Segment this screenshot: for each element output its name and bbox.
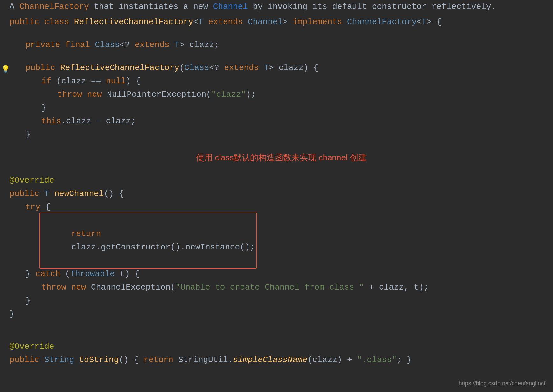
this-assign-rest: .clazz = clazz; xyxy=(61,115,136,128)
npe-call: NullPointerException( xyxy=(107,88,211,101)
keyword-final: final xyxy=(65,38,95,52)
field-rest: > clazz; xyxy=(179,38,219,52)
channel-exception: ChannelException( xyxy=(91,281,175,294)
code-container: A ChannelFactory that instantiates a new… xyxy=(0,0,553,392)
param-generic: <? xyxy=(209,61,224,74)
tostring-rest: (clazz) + xyxy=(307,353,357,367)
throw2-line: throw new ChannelException( "Unable to c… xyxy=(10,281,553,294)
blank3 xyxy=(10,141,553,151)
keyword-public2: public xyxy=(25,61,60,74)
watermark-text: https://blog.csdn.net/chenfanglincfl xyxy=(459,380,547,387)
stringutil-call: StringUtil. xyxy=(178,353,233,367)
try-line: try { xyxy=(10,200,553,214)
keyword-implements: implements xyxy=(292,15,347,29)
chinese-annotation-line: 使用 class默认的构造函数来实现 channel 创建 xyxy=(10,151,553,164)
blank6 xyxy=(10,330,553,340)
keyword-new2: new xyxy=(71,281,91,294)
field-line: private final Class <? extends T > clazz… xyxy=(10,38,553,52)
if-condition: (clazz == xyxy=(56,74,106,88)
tostring-decl-line: public String toString () { return Strin… xyxy=(10,353,553,367)
throw1-line: throw new NullPointerException( "clazz" … xyxy=(10,88,553,101)
keyword-extends2: extends xyxy=(135,38,174,52)
blank4 xyxy=(10,164,553,174)
string-unable: "Unable to create Channel from class " xyxy=(175,281,364,294)
type-T: T xyxy=(198,15,208,29)
return-stmt-line: return clazz.getConstructor().newInstanc… xyxy=(10,214,553,267)
method-simpleclassname: simpleClassName xyxy=(233,353,307,367)
keyword-null: null xyxy=(106,74,126,88)
close-brace1-line: } xyxy=(10,101,553,115)
method-newchannel: newChannel xyxy=(54,187,104,200)
tostring-close: ; } xyxy=(397,353,412,367)
override2-line: @Override xyxy=(10,340,553,353)
class-name-reflective: ReflectiveChannelFactory xyxy=(74,15,193,29)
constructor-close-line: } xyxy=(10,128,553,141)
keyword-public4: public xyxy=(10,353,44,367)
chinese-annotation-text: 使用 class默认的构造函数来实现 channel 创建 xyxy=(196,151,367,164)
param-T: T xyxy=(264,61,269,74)
catch-close-brace: } xyxy=(25,267,35,281)
generics2-close: > { xyxy=(427,15,442,29)
keyword-public3: public xyxy=(10,187,44,200)
newchannel-decl-line: public T newChannel () { xyxy=(10,187,553,200)
keyword-throw1: throw xyxy=(57,88,87,101)
param-rest: > clazz) { xyxy=(269,61,318,74)
try-open: { xyxy=(45,200,50,214)
keyword-class: class xyxy=(44,15,74,29)
keyword-private: private xyxy=(25,38,65,52)
keyword-this: this xyxy=(41,115,61,128)
param-Class: Class xyxy=(184,61,209,74)
type-ChannelFactory: ChannelFactory xyxy=(347,15,416,29)
keyword-extends1: extends xyxy=(208,15,248,29)
string-clazz: "clazz" xyxy=(211,88,246,101)
constructor-name: ReflectiveChannelFactory xyxy=(60,61,179,74)
keyword-try: try xyxy=(25,200,45,214)
generics-open: < xyxy=(193,15,198,29)
catch-open: ( xyxy=(65,267,70,281)
lightbulb-icon: 💡 xyxy=(1,63,10,76)
type-T2: T xyxy=(422,15,427,29)
method-close-line: } xyxy=(10,307,553,321)
keyword-return2: return xyxy=(144,353,178,367)
override2-annotation: @Override xyxy=(10,340,54,353)
override1-annotation: @Override xyxy=(10,174,54,187)
blank1 xyxy=(10,29,553,38)
newchannel-params: () { xyxy=(104,187,123,200)
string-class-ext: ".class" xyxy=(357,353,397,367)
type-Class: Class xyxy=(95,38,120,52)
class-decl-line: public class ReflectiveChannelFactory < … xyxy=(10,15,553,29)
keyword-return: return xyxy=(71,229,106,239)
override1-line: @Override xyxy=(10,174,553,187)
keyword-new1: new xyxy=(87,88,107,101)
catch-param: t) { xyxy=(115,267,140,281)
constructor-close: } xyxy=(25,128,31,141)
keyword-extends3: extends xyxy=(224,61,264,74)
type-Throwable: Throwable xyxy=(70,267,115,281)
concat-rest: + clazz, t); xyxy=(364,281,429,294)
return-expr: clazz.getConstructor().newInstance(); xyxy=(71,242,255,252)
blank2 xyxy=(10,52,553,61)
this-assign-line: this .clazz = clazz; xyxy=(10,115,553,128)
type-Channel: Channel xyxy=(248,15,283,29)
close-brace1: } xyxy=(41,101,46,115)
keyword-if: if xyxy=(41,74,56,88)
method-tostring: toString xyxy=(79,353,119,367)
method-close: } xyxy=(10,307,15,321)
keyword-throw2: throw xyxy=(41,281,71,294)
if-stmt-line: if (clazz == null ) { xyxy=(10,74,553,88)
catch-close-line: } xyxy=(10,294,553,307)
catch-close: } xyxy=(25,294,31,307)
catch-line: } catch ( Throwable t) { xyxy=(10,267,553,281)
keyword-public: public xyxy=(10,15,44,29)
highlighted-return: return clazz.getConstructor().newInstanc… xyxy=(41,214,255,267)
type-T3: T xyxy=(174,38,179,52)
if-open: ) { xyxy=(126,74,141,88)
constructor-decl-line: 💡 public ReflectiveChannelFactory ( Clas… xyxy=(10,61,553,74)
return-type-T: T xyxy=(44,187,54,200)
top-comment-line: A ChannelFactory that instantiates a new… xyxy=(10,0,553,13)
field-generic: <? xyxy=(120,38,135,52)
type-String: String xyxy=(44,353,79,367)
generics2: < xyxy=(416,15,422,29)
keyword-catch: catch xyxy=(35,267,65,281)
generics-close: > xyxy=(283,15,292,29)
